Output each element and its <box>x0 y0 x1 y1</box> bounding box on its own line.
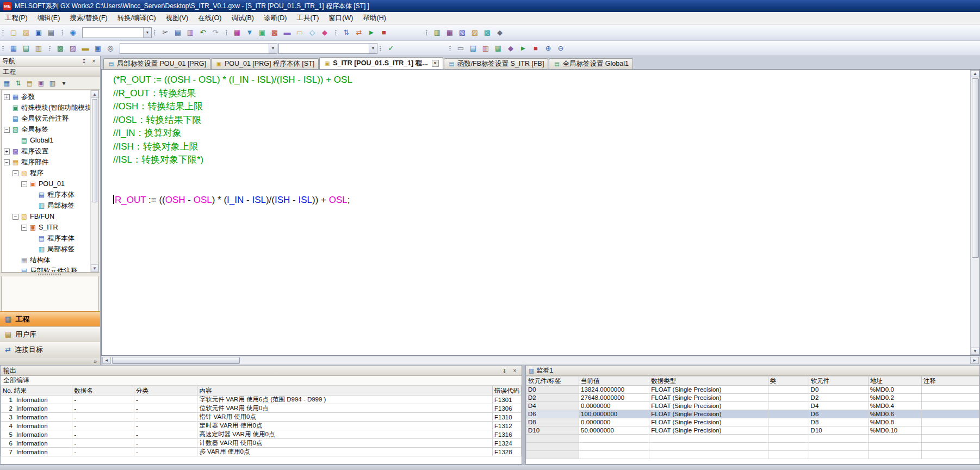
output-row-4[interactable]: 4Information--定时器 VAR用 使用0点F1312 <box>1 422 522 430</box>
editor-hscroll-thumb[interactable] <box>112 357 240 364</box>
program-select-combo[interactable]: ▼ <box>82 27 152 38</box>
verify-icon[interactable]: ▧ <box>456 27 468 39</box>
watch-row-4[interactable]: D6100.0000000FLOAT (Single Precision)D6%… <box>526 410 979 418</box>
toolbar-grip-handle[interactable] <box>61 30 64 35</box>
statement-icon[interactable]: ▬ <box>281 27 293 39</box>
device-test-icon[interactable]: ◆ <box>505 42 517 54</box>
menu-item-7[interactable]: 调试(B) <box>226 12 259 24</box>
toolbar-grip-handle[interactable] <box>335 30 337 35</box>
tree-item-12[interactable]: −▧FB/FUN <box>2 211 90 222</box>
tree-item-15[interactable]: ▥局部标签 <box>2 244 90 255</box>
display-format-icon[interactable]: ▣ <box>92 42 104 54</box>
label-edit-icon[interactable]: ▥ <box>431 27 443 39</box>
editor-tab-3[interactable]: ▣S_ITR [POU_01.S_ITR_1] 程...× <box>319 57 443 69</box>
tab-close-icon[interactable]: × <box>432 60 439 67</box>
tree-item-2[interactable]: ▣特殊模块(智能功能模块) <box>2 102 90 113</box>
navigation-window-icon[interactable]: ▤ <box>20 42 32 54</box>
tree-item-6[interactable]: +▩程序设置 <box>2 146 90 157</box>
plc-write-icon[interactable]: ⇄ <box>353 27 365 39</box>
open-project-icon[interactable]: ▨ <box>20 27 32 39</box>
monitor-stop-icon[interactable]: ■ <box>378 27 390 39</box>
device-comment-icon[interactable]: ▩ <box>269 27 281 39</box>
watch-start-icon[interactable]: ► <box>517 42 529 54</box>
watch-empty-row[interactable] <box>526 443 979 451</box>
edit-ladder-icon[interactable]: ▭ <box>455 42 467 54</box>
watch-row-6[interactable]: D1050.0000000FLOAT (Single Precision)D10… <box>526 426 979 435</box>
watch-empty-row[interactable] <box>526 435 979 443</box>
nav-view-button-工程[interactable]: ▦工程 <box>0 311 100 326</box>
tree-expand-icon[interactable]: + <box>4 94 10 100</box>
navigation-splitter[interactable] <box>0 273 100 276</box>
editor-horizontal-scrollbar[interactable]: ◄ ► <box>101 356 980 365</box>
output-row-5[interactable]: 5Information--高速定时器 VAR用 使用0点F1316 <box>1 430 522 439</box>
write-mode-icon[interactable]: ▼ <box>244 27 256 39</box>
zoom-level-icon[interactable]: ◎ <box>104 42 116 54</box>
nav-view-button-连接目标[interactable]: ⇄连接目标 <box>0 342 100 357</box>
delete-row-icon[interactable]: ▥ <box>480 42 492 54</box>
help-icon[interactable]: ◉ <box>67 27 79 39</box>
menu-item-1[interactable]: 工程(P) <box>0 12 33 24</box>
menu-item-3[interactable]: 搜索/替换(F) <box>65 12 112 24</box>
docking-window-icon[interactable]: ▦ <box>8 42 20 54</box>
toolbar-grip-handle[interactable] <box>2 30 4 35</box>
editor-tab-5[interactable]: ▤全局标签设置 Global1 <box>549 58 633 69</box>
function-block-window-icon[interactable]: ▥ <box>33 42 45 54</box>
navigation-more-views[interactable]: » <box>0 357 100 365</box>
project-settings-icon[interactable]: ▣ <box>36 78 46 89</box>
zoom-out-icon[interactable]: ⊖ <box>555 42 567 54</box>
st-code[interactable]: (*R_OUT := ((OSH - OSL) * (I_IN - ISL)/(… <box>102 70 970 355</box>
toolbar-grip-handle[interactable] <box>49 46 51 51</box>
output-row-2[interactable]: 2Information--位软元件 VAR用 使用0点F1306 <box>1 404 522 413</box>
note-icon[interactable]: ▭ <box>294 27 306 39</box>
tree-item-10[interactable]: ▤程序本体 <box>2 189 90 200</box>
menu-item-2[interactable]: 编辑(E) <box>33 12 65 24</box>
paste-icon[interactable]: ▥ <box>184 27 196 39</box>
output-row-1[interactable]: 1Information--字软元件 VAR用 使用6点 (范围 D994 - … <box>1 395 522 404</box>
simulation-icon[interactable]: ▩ <box>481 27 493 39</box>
watch-row-2[interactable]: D227648.0000000FLOAT (Single Precision)D… <box>526 394 979 402</box>
device-edit-icon[interactable]: ▦ <box>444 27 456 39</box>
insert-row-icon[interactable]: ▤ <box>467 42 479 54</box>
note-display-icon[interactable]: ▬ <box>79 42 91 54</box>
redo-icon[interactable]: ↷ <box>209 27 221 39</box>
options-icon[interactable]: ◆ <box>494 27 506 39</box>
target-select-combo[interactable]: ▼ <box>120 43 277 54</box>
tree-item-5[interactable]: ▤Global1 <box>2 135 90 146</box>
undo-icon[interactable]: ↶ <box>197 27 209 39</box>
comment-display-icon[interactable]: ▩ <box>54 42 66 54</box>
tree-expand-icon[interactable]: + <box>4 149 10 154</box>
tree-collapse-icon[interactable]: − <box>13 170 18 176</box>
tree-collapse-icon[interactable]: − <box>4 159 10 165</box>
editor-tab-4[interactable]: ▤函数/FB标签设置 S_ITR [FB] <box>444 58 549 69</box>
output-row-7[interactable]: 7Information--步 VAR用 使用0点F1328 <box>1 448 522 456</box>
editor-tab-1[interactable]: ▤局部标签设置 POU_01 [PRG] <box>103 58 210 69</box>
insert-column-icon[interactable]: ▦ <box>492 42 504 54</box>
new-project-icon[interactable]: ▢ <box>8 27 20 39</box>
tree-item-16[interactable]: ▦结构体 <box>2 255 90 265</box>
tree-item-14[interactable]: ▤程序本体 <box>2 233 90 244</box>
tree-item-11[interactable]: ▥局部标签 <box>2 200 90 211</box>
editor-vscroll-thumb[interactable] <box>972 78 979 258</box>
output-row-3[interactable]: 3Information--指针 VAR用 使用0点F1310 <box>1 413 522 422</box>
tree-item-4[interactable]: −▧全局标签 <box>2 124 90 135</box>
tree-scroll-thumb[interactable] <box>92 99 97 202</box>
output-close-icon[interactable]: × <box>511 367 519 374</box>
menu-item-5[interactable]: 视图(V) <box>161 12 194 24</box>
zoom-in-icon[interactable]: ⊕ <box>542 42 554 54</box>
menu-item-10[interactable]: 窗口(W) <box>324 12 358 24</box>
code-statement-line[interactable]: R_OUT := ((OSH - OSL) * (I_IN - ISL)/(IS… <box>113 194 970 207</box>
scroll-right-icon[interactable]: ► <box>970 357 979 364</box>
statement-display-icon[interactable]: ▨ <box>67 42 79 54</box>
navigation-close-icon[interactable]: × <box>90 58 98 65</box>
device-list-icon[interactable]: ◆ <box>319 27 331 39</box>
toolbar-grip-handle[interactable] <box>426 30 428 35</box>
filter-icon[interactable]: ▥ <box>47 78 58 89</box>
tree-item-7[interactable]: −▦程序部件 <box>2 157 90 168</box>
scroll-left-icon[interactable]: ◄ <box>102 357 111 364</box>
output-pin-icon[interactable]: ↧ <box>500 367 508 374</box>
chevron-down-icon[interactable]: ▼ <box>143 28 151 38</box>
editor-vertical-scrollbar[interactable]: ▲ ▼ <box>970 70 979 355</box>
transfer-setup-icon[interactable]: ▨ <box>469 27 481 39</box>
title-bar[interactable]: ME MELSOFT系列 GX Works2 C:\Users\Wincc_Se… <box>0 0 980 12</box>
watch-row-1[interactable]: D013824.0000000FLOAT (Single Precision)D… <box>526 386 979 394</box>
